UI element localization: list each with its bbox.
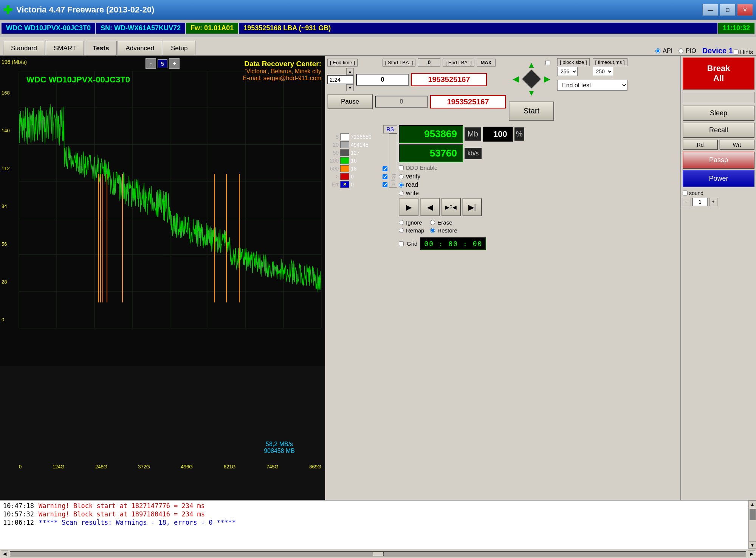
log-text-2: Warning! Block start at 1897180416 = 234… <box>39 510 205 518</box>
end-lba-input-1[interactable] <box>411 73 487 86</box>
scroll-thumb[interactable] <box>372 552 384 556</box>
passp-button[interactable]: Passp <box>683 152 754 169</box>
kbs-row: 53760 kb/s <box>399 144 524 162</box>
ddd-label: DDD Enable <box>406 164 437 171</box>
maximize-button[interactable]: □ <box>720 4 736 16</box>
time-up-button[interactable]: ▲ <box>346 68 354 75</box>
list-item: Err ✕ 0 <box>327 181 387 188</box>
erase-row: Erase <box>430 219 457 226</box>
lba-controls: [ End time ] [ Start LBA: ] 0 [ End LBA:… <box>327 58 506 121</box>
menu-bar: WDC WD10JPVX-00JC3T0 SN: WD-WX61A57KUV72… <box>0 20 756 37</box>
log-scroll-up-button[interactable]: ▲ <box>749 501 756 508</box>
log-val-200: 16 <box>351 158 381 164</box>
break-all-button[interactable]: BreakAll <box>683 57 754 90</box>
minimize-button[interactable]: — <box>702 4 718 16</box>
diamond-left-button[interactable]: ◀ <box>513 74 519 84</box>
start-lba-label: [ Start LBA: ] <box>383 59 416 67</box>
api-radio-group: API <box>655 48 672 54</box>
write-radio[interactable] <box>399 191 404 196</box>
restore-radio[interactable] <box>430 228 435 233</box>
scroll-right-button[interactable]: ▶ <box>748 550 755 557</box>
log-cb-gt[interactable] <box>383 174 387 179</box>
erase-radio[interactable] <box>430 220 435 225</box>
log-scrollbar: ▲ ▼ <box>748 501 756 549</box>
tab-setup[interactable]: Setup <box>163 41 195 55</box>
diamond-up-button[interactable]: ▲ <box>527 60 536 70</box>
recall-button[interactable]: Recall <box>683 122 754 138</box>
diamond-right-button[interactable]: ▶ <box>544 74 550 84</box>
sound-checkbox[interactable] <box>683 191 688 195</box>
list-item: 5 7136650 <box>327 133 387 140</box>
zoom-plus-button[interactable]: + <box>169 58 180 69</box>
ignore-radio[interactable] <box>399 220 404 225</box>
data-recovery-email: E-mail: sergei@hdd-911.com <box>243 75 321 82</box>
timeout-select[interactable]: 250 <box>593 67 613 76</box>
y-label-0: 0 <box>2 317 4 322</box>
scroll-track[interactable] <box>10 551 746 556</box>
hints-checkbox-group: Hints <box>734 49 753 55</box>
time-spinner: ▲ ▼ <box>327 68 354 91</box>
timer-display: 00 : 00 : 00 <box>420 237 486 250</box>
sleep-button[interactable]: Sleep <box>683 105 754 121</box>
remap-radio[interactable] <box>399 228 404 233</box>
log-cb-err[interactable] <box>383 182 387 187</box>
hints-checkbox[interactable] <box>734 50 739 54</box>
diamond-down-button[interactable]: ▼ <box>527 88 536 98</box>
api-radio[interactable] <box>655 48 660 53</box>
pause-button[interactable]: Pause <box>327 94 373 109</box>
mb-label: Mb <box>465 127 481 141</box>
tab-smart[interactable]: SMART <box>46 41 84 55</box>
title-controls: — □ ✕ <box>702 4 753 16</box>
timeout-label: [ timeout,ms ] <box>593 58 627 66</box>
spin-minus-button[interactable]: - <box>683 198 691 206</box>
time-input[interactable] <box>327 75 354 84</box>
close-button[interactable]: ✕ <box>737 4 753 16</box>
restore-row: Restore <box>430 227 457 234</box>
max-button[interactable]: MAX <box>477 59 496 67</box>
log-bars-section: RS 5 7136650 <box>327 125 397 251</box>
x-label-745g: 745G <box>266 464 279 470</box>
tab-advanced[interactable]: Advanced <box>118 41 162 55</box>
ignore-label: Ignore <box>406 219 422 226</box>
chart-drive-label: WDC WD10JPVX-00JC3T0 <box>26 75 130 85</box>
verify-radio[interactable] <box>399 174 404 179</box>
block-size-select[interactable]: 256 <box>557 67 578 76</box>
tab-bar: Standard SMART Tests Advanced Setup API … <box>0 37 756 56</box>
list-item: 11:06:12 ***** Scan results: Warnings - … <box>3 519 745 526</box>
spin-plus-button[interactable]: + <box>709 198 717 206</box>
skip-button[interactable]: ▶| <box>462 198 482 216</box>
log-scroll-down-button[interactable]: ▼ <box>749 541 756 549</box>
log-scroll-thumb[interactable] <box>750 509 756 520</box>
log-val-5: 7136650 <box>351 134 381 140</box>
start-lba-input[interactable] <box>356 74 409 86</box>
x-label-248g: 248G <box>95 464 107 470</box>
device-label: Device 1 <box>702 46 733 55</box>
play-button[interactable]: ▶ <box>399 198 418 216</box>
tab-standard[interactable]: Standard <box>3 41 45 55</box>
ddd-checkbox[interactable] <box>399 165 404 170</box>
api-label: API <box>663 48 672 54</box>
tab-tests[interactable]: Tests <box>85 41 117 55</box>
end-lba-label: [ End LBA: ] <box>443 59 474 67</box>
diamond-checkbox[interactable] <box>545 60 550 65</box>
scroll-left-button[interactable]: ◀ <box>1 550 8 557</box>
rewind-button[interactable]: ◀ <box>420 198 440 216</box>
end-lba-input-2[interactable] <box>430 95 506 108</box>
zoom-minus-button[interactable]: - <box>146 58 156 69</box>
pio-radio[interactable] <box>679 48 683 53</box>
wrt-button[interactable]: Wrt <box>719 140 754 150</box>
rd-button[interactable]: Rd <box>683 140 718 150</box>
log-cb-600[interactable] <box>383 166 387 171</box>
step-button[interactable]: ▶?◀ <box>441 198 461 216</box>
log-val-50: 127 <box>351 150 381 156</box>
end-test-select[interactable]: End of test <box>557 80 627 91</box>
grid-checkbox[interactable] <box>399 241 404 246</box>
rs-button[interactable]: RS <box>383 125 397 133</box>
list-item: 20 494148 <box>327 141 387 148</box>
mode-radios: verify read write <box>399 173 524 197</box>
read-radio[interactable] <box>399 183 404 188</box>
log-count-200: 200 <box>327 158 339 164</box>
time-down-button[interactable]: ▼ <box>346 84 354 91</box>
start-button[interactable]: Start <box>509 101 554 121</box>
power-button[interactable]: Power <box>683 170 754 187</box>
